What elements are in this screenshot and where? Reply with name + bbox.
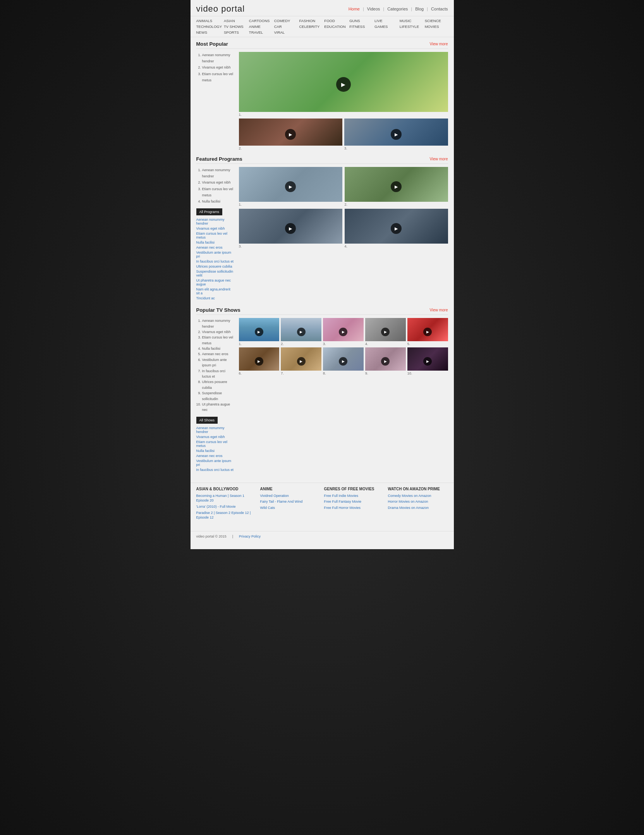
show-video-4[interactable]: ▶ 4. [365, 318, 406, 346]
popular-video-3[interactable]: ▶ 3. [344, 119, 448, 150]
shows-link[interactable]: Etiam cursus leo vel metus [196, 440, 228, 448]
cat-live[interactable]: LIVE [374, 18, 398, 23]
cat-tvshows[interactable]: TV SHOWS [224, 24, 247, 29]
shows-link[interactable]: Aenean nonummy hendrer [196, 426, 225, 434]
play-icon[interactable]: ▶ [339, 328, 347, 336]
cat-music[interactable]: MUSIC [400, 18, 423, 23]
shows-viewmore[interactable]: View more [429, 308, 448, 312]
featured-link[interactable]: Aenean nec eros [196, 246, 223, 249]
cat-guns[interactable]: GUNS [349, 18, 373, 23]
featured-video-4[interactable]: ▶ 4. [345, 209, 448, 248]
cat-asian[interactable]: ASIAN [224, 18, 247, 23]
play-icon[interactable]: ▶ [339, 357, 347, 366]
bottom-link[interactable]: Vividred Operation [260, 493, 320, 498]
bottom-link[interactable]: Comedy Movies on Amazon [388, 493, 448, 498]
popular-video-main[interactable]: ▶ 1. [239, 52, 448, 117]
featured-link[interactable]: In faucibus orci luctus et [196, 259, 234, 263]
featured-video-3[interactable]: ▶ 3. [239, 209, 342, 248]
shows-link[interactable]: Vestibulum ante ipsum pri [196, 459, 232, 467]
cat-viral[interactable]: VIRAL [274, 30, 297, 35]
all-programs-button[interactable]: All Programs [196, 208, 223, 215]
cat-movies[interactable]: MOVIES [425, 24, 448, 29]
show-video-9[interactable]: ▶ 9. [365, 347, 406, 375]
featured-link[interactable]: Etiam cursus leo vel metus [196, 232, 228, 239]
show-video-3[interactable]: ▶ 3. [323, 318, 364, 346]
nav-categories[interactable]: Categories [387, 7, 408, 11]
bottom-link[interactable]: Drama Movies on Amazon [388, 505, 448, 510]
featured-link[interactable]: Tincidunt ac [196, 296, 215, 300]
play-icon[interactable]: ▶ [391, 129, 402, 140]
shows-link[interactable]: In faucibus orci luctus et [196, 468, 234, 472]
show-video-8[interactable]: ▶ 8. [323, 347, 364, 375]
featured-link[interactable]: Ultrices posuere cubilia [196, 265, 232, 268]
play-icon[interactable]: ▶ [297, 357, 306, 366]
featured-viewmore[interactable]: View more [429, 157, 448, 161]
play-icon[interactable]: ▶ [381, 357, 390, 366]
bottom-link[interactable]: Paradise 2 | Season 2 Episode 12 | Episo… [196, 510, 256, 520]
cat-fitness[interactable]: FITNESS [349, 24, 373, 29]
cat-games[interactable]: GAMES [374, 24, 398, 29]
show-video-5[interactable]: ▶ 5. [407, 318, 448, 346]
show-video-7[interactable]: ▶ 7. [281, 347, 321, 375]
play-icon[interactable]: ▶ [391, 223, 402, 234]
show-video-6[interactable]: ▶ 6. [239, 347, 280, 375]
cat-lifestyle[interactable]: LIFESTYLE [400, 24, 423, 29]
featured-link[interactable]: Suspendisse sollicitudin velit [196, 270, 234, 277]
bottom-link[interactable]: Horror Movies on Amazon [388, 499, 448, 504]
shows-link[interactable]: Aenean nec eros [196, 454, 223, 458]
featured-video-2[interactable]: ▶ 2. [345, 167, 448, 206]
featured-link[interactable]: Aenean nonummy hendrer [196, 218, 225, 225]
show-video-1[interactable]: ▶ 1. [239, 318, 280, 346]
footer-privacy[interactable]: Privacy Policy [239, 534, 261, 538]
cat-comedy[interactable]: COMEDY [274, 18, 297, 23]
cat-anime[interactable]: ANIME [249, 24, 272, 29]
play-icon[interactable]: ▶ [285, 223, 296, 234]
play-icon[interactable]: ▶ [381, 328, 390, 336]
bottom-link[interactable]: Free Full Horror Movies [324, 505, 384, 510]
play-icon[interactable]: ▶ [297, 328, 306, 336]
all-shows-button[interactable]: All Shows [196, 417, 218, 424]
featured-link[interactable]: Vivamus eget nibh [196, 227, 225, 230]
featured-link[interactable]: Nam elit agna,endrerit sit a [196, 287, 231, 295]
nav-blog[interactable]: Blog [415, 7, 424, 11]
featured-link[interactable]: Vestibulum ante ipsum pri [196, 251, 232, 258]
cat-technology[interactable]: TECHNOLOGY [196, 24, 222, 29]
cat-fashion[interactable]: FASHION [299, 18, 323, 23]
nav-contacts[interactable]: Contacts [431, 7, 448, 11]
bottom-link[interactable]: Free Full Fantasy Movie [324, 499, 384, 504]
nav-videos[interactable]: Videos [367, 7, 380, 11]
bottom-link[interactable]: 'Lorra' (2010) - Full Movie [196, 504, 256, 509]
featured-link[interactable]: Ut pharetra augue nec augue [196, 278, 231, 286]
cat-celebrity[interactable]: CELEBRITY [299, 24, 323, 29]
shows-link[interactable]: Vivamus eget nibh [196, 435, 225, 439]
popular-video-2[interactable]: ▶ 2. [239, 119, 343, 150]
play-icon[interactable]: ▶ [285, 129, 296, 140]
play-icon[interactable]: ▶ [423, 328, 432, 336]
cat-animals[interactable]: ANIMALS [196, 18, 222, 23]
bottom-link[interactable]: Fairy Tail - Flame And Wind [260, 499, 320, 504]
cat-education[interactable]: EDUCATION [324, 24, 347, 29]
cat-news[interactable]: NEWS [196, 30, 222, 35]
bottom-link[interactable]: Becoming a Human | Season 1 Episode 20 [196, 493, 256, 503]
cat-travel[interactable]: TRAVEL [249, 30, 272, 35]
shows-link[interactable]: Nulla facilisi [196, 449, 215, 453]
cat-sports[interactable]: SPORTS [224, 30, 247, 35]
play-icon[interactable]: ▶ [285, 181, 296, 192]
cat-food[interactable]: FOOD [324, 18, 347, 23]
play-icon[interactable]: ▶ [255, 357, 263, 366]
show-video-10[interactable]: ▶ 10. [407, 347, 448, 375]
show-video-2[interactable]: ▶ 2. [281, 318, 321, 346]
bottom-link[interactable]: Free Full Indie Movies [324, 493, 384, 498]
play-icon[interactable]: ▶ [336, 77, 351, 92]
play-icon[interactable]: ▶ [391, 181, 402, 192]
nav-home[interactable]: Home [349, 7, 360, 11]
cat-science[interactable]: SCIENCE [425, 18, 448, 23]
play-icon[interactable]: ▶ [255, 328, 263, 336]
featured-link[interactable]: Nulla facilisi [196, 241, 215, 244]
most-popular-viewmore[interactable]: View more [429, 42, 448, 46]
cat-cartoons[interactable]: CARTOONS [249, 18, 272, 23]
bottom-link[interactable]: Wild Cats [260, 505, 320, 510]
play-icon[interactable]: ▶ [423, 357, 432, 366]
featured-video-1[interactable]: ▶ 1. [239, 167, 342, 206]
cat-car[interactable]: CAR [274, 24, 297, 29]
